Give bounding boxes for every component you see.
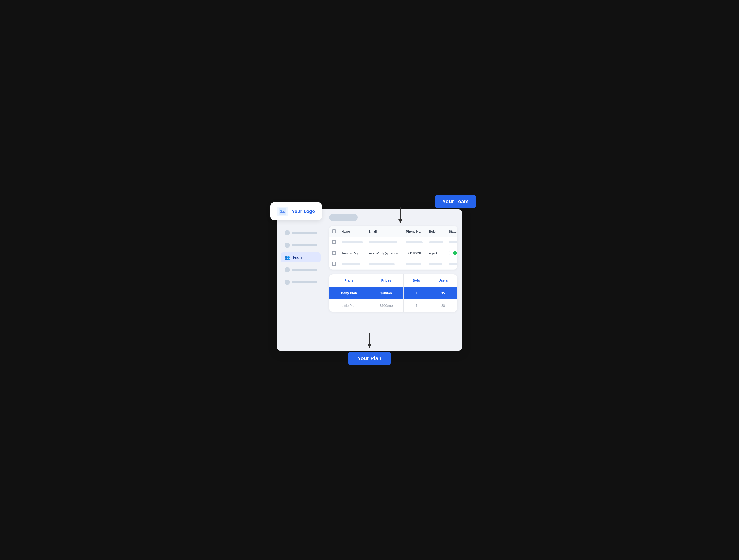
cell-plan-name: Baby Plan — [329, 287, 369, 300]
sidebar-dot-1 — [285, 230, 290, 235]
sidebar-item-team[interactable]: 👥 Team — [281, 252, 321, 262]
toggle-dot — [453, 251, 457, 255]
placeholder-status — [449, 263, 457, 265]
logo-card: Your Logo — [270, 202, 322, 220]
header-checkbox[interactable] — [332, 229, 336, 233]
row-checkbox[interactable] — [332, 251, 336, 255]
sidebar-line-1 — [292, 232, 317, 234]
sidebar-dot-4 — [285, 267, 290, 272]
your-team-arrow — [396, 205, 419, 224]
logo-text: Your Logo — [292, 209, 315, 214]
plans-card: Plans Prices Bots Users Baby Plan $60/mo… — [329, 274, 457, 312]
placeholder-role — [429, 241, 443, 243]
cell-phone: +211846315 — [403, 248, 426, 259]
placeholder-role — [429, 263, 442, 265]
sidebar-line-5 — [292, 281, 317, 283]
cell-name: Jessica Ray — [339, 248, 366, 259]
plan-row-little[interactable]: Little Plan $100/mo 5 30 — [329, 300, 457, 312]
sidebar-item-4[interactable] — [281, 265, 321, 275]
sidebar-item-2[interactable] — [281, 240, 321, 250]
plan-row-baby[interactable]: Baby Plan $60/mo 1 15 — [329, 287, 457, 300]
col-checkbox-header[interactable] — [329, 226, 339, 237]
cell-plan-bots: 1 — [404, 287, 429, 300]
col-users-header: Users — [429, 274, 457, 287]
sidebar-dot-5 — [285, 279, 290, 285]
placeholder-phone — [406, 241, 423, 243]
placeholder-status — [449, 241, 457, 243]
your-team-button[interactable]: Your Team — [435, 195, 476, 208]
col-plans-header: Plans — [329, 274, 369, 287]
team-card: Name Email Phone No. Role Status — [329, 226, 457, 269]
search-bar[interactable] — [329, 214, 358, 221]
cell-plan-bots: 5 — [404, 300, 429, 312]
col-bots-header: Bots — [404, 274, 429, 287]
cell-plan-users: 15 — [429, 287, 457, 300]
cell-plan-price: $100/mo — [369, 300, 404, 312]
svg-rect-0 — [279, 208, 287, 215]
your-plan-button[interactable]: Your Plan — [348, 352, 391, 365]
table-row — [329, 259, 457, 269]
plans-table: Plans Prices Bots Users Baby Plan $60/mo… — [329, 274, 457, 312]
col-email-header: Email — [366, 226, 403, 237]
row-checkbox[interactable] — [332, 262, 336, 266]
col-role-header: Role — [426, 226, 446, 237]
placeholder-email — [368, 241, 397, 243]
col-name-header: Name — [339, 226, 366, 237]
placeholder-email — [368, 263, 395, 265]
sidebar-line-2 — [292, 244, 317, 246]
logo-icon — [277, 206, 288, 216]
sidebar-dot-2 — [285, 242, 290, 248]
col-prices-header: Prices — [369, 274, 404, 287]
sidebar-item-5[interactable] — [281, 277, 321, 287]
team-icon: 👥 — [285, 255, 290, 260]
status-toggle[interactable] — [449, 250, 457, 255]
svg-point-1 — [280, 210, 282, 211]
placeholder-phone — [406, 263, 421, 265]
cell-plan-users: 30 — [429, 300, 457, 312]
team-table: Name Email Phone No. Role Status — [329, 226, 457, 269]
col-status-header: Status — [446, 226, 457, 237]
row-checkbox[interactable] — [332, 240, 336, 244]
table-row — [329, 237, 457, 248]
placeholder-name — [341, 263, 360, 265]
placeholder-name — [341, 241, 363, 243]
table-row: Jessica Ray jessica158@gmail.com +211846… — [329, 248, 457, 259]
cell-plan-price: $60/mo — [369, 287, 404, 300]
sidebar-team-label: Team — [292, 255, 302, 259]
app-window: Your Logo 👥 Team — [277, 209, 462, 351]
cell-email: jessica158@gmail.com — [366, 248, 403, 259]
sidebar-item-1[interactable] — [281, 228, 321, 238]
sidebar: 👥 Team — [277, 209, 324, 351]
sidebar-line-4 — [292, 268, 317, 271]
cell-plan-name: Little Plan — [329, 300, 369, 312]
main-content: Name Email Phone No. Role Status — [324, 209, 462, 351]
cell-role: Agent — [426, 248, 446, 259]
your-plan-arrow — [366, 333, 373, 350]
col-phone-header: Phone No. — [403, 226, 426, 237]
